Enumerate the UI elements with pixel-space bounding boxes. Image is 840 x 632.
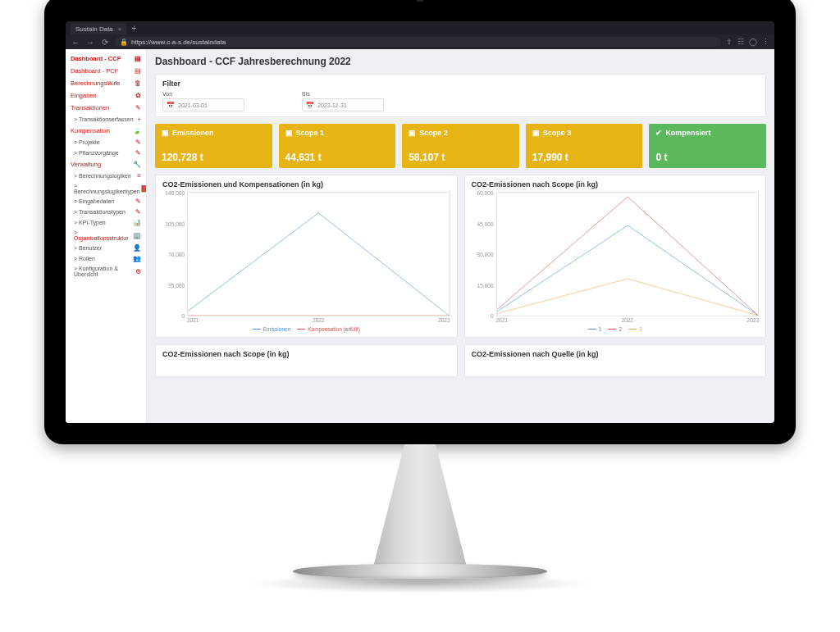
main-content: Dashboard - CCF Jahresberechnung 2022 Fi…	[147, 49, 774, 423]
kpi-label: Emissionen	[172, 129, 214, 137]
y-tick-label: 70,000	[160, 252, 185, 257]
sidebar-item-label: Eingaben	[71, 92, 97, 99]
sidebar-item-label: > Konfiguration & Übersicht	[74, 266, 135, 277]
sidebar-item-label: Verwaltung	[71, 161, 101, 168]
kpi-card[interactable]: ✔Kompensiert0 t	[649, 124, 766, 168]
x-tick-label: 2022	[622, 317, 633, 323]
calendar-icon: 📅	[167, 102, 175, 109]
sidebar-item[interactable]: Dashboard - PCF▤	[69, 65, 143, 77]
kpi-label: Kompensiert	[665, 129, 710, 137]
url-text: https://www.c-a-s.de/sustaindata	[131, 39, 226, 46]
close-icon[interactable]: ×	[118, 25, 122, 33]
sidebar: Dashboard - CCF▤Dashboard - PCF▤Berechnu…	[66, 49, 147, 423]
folder-icon: ▣	[285, 129, 293, 137]
list-icon: ≡	[137, 172, 141, 180]
delete-icon: 🗑	[135, 80, 141, 87]
monitor-shadow	[248, 574, 592, 593]
reload-icon[interactable]: ⟳	[100, 37, 110, 47]
pencil-icon: ✎	[135, 149, 141, 157]
x-tick-label: 2021	[187, 317, 199, 323]
sidebar-item-label: Dashboard - PCF	[71, 67, 118, 75]
sidebar-subitem[interactable]: > Benutzer👤	[69, 243, 143, 253]
sidebar-item[interactable]: Kompensation🍃	[69, 125, 143, 137]
filter-from-value: 2021-03-01	[178, 102, 208, 108]
chart-legend: EmissionenKompensation (erfüllt)	[162, 325, 450, 332]
legend-label: 3	[639, 326, 642, 332]
chart-title: CO2-Emissionen und Kompensationen (in kg…	[162, 180, 450, 189]
legend-swatch	[588, 329, 596, 330]
filter-to-input[interactable]: 📅 2023-12-31	[302, 98, 384, 111]
sidebar-item-label: > KPI-Typen	[74, 220, 106, 225]
profile-icon[interactable]: ◯	[749, 38, 757, 46]
sidebar-item-label: Dashboard - CCF	[71, 55, 121, 62]
kpi-value: 58,107 t	[409, 152, 513, 163]
sidebar-item-label: Kompensation	[71, 127, 110, 134]
y-tick-label: 105,000	[160, 221, 185, 226]
back-icon[interactable]: ←	[71, 37, 80, 47]
sidebar-item-label: > Rollen	[74, 256, 95, 261]
sidebar-item[interactable]: Berechnungsläufe🗑	[69, 77, 143, 89]
sidebar-subitem[interactable]: > Berechnungslogikentypen📕	[69, 181, 143, 196]
x-tick-label: 2022	[313, 317, 324, 323]
legend-item: 1	[588, 326, 602, 332]
sidebar-item[interactable]: Dashboard - CCF▤	[69, 52, 143, 65]
chart-series-line	[188, 213, 450, 316]
plus-icon: +	[137, 116, 141, 123]
x-tick-label: 2021	[496, 317, 508, 323]
chart-title: CO2-Emissionen nach Scope (in kg)	[162, 350, 450, 358]
kpi-card[interactable]: ▣Emissionen120,728 t	[155, 124, 272, 168]
legend-swatch	[297, 329, 305, 330]
legend-label: Kompensation (erfüllt)	[308, 326, 360, 332]
kpi-card[interactable]: ▣Scope 317,990 t	[526, 124, 643, 168]
sidebar-subitem[interactable]: > Pflanzvorgänge✎	[69, 148, 143, 158]
sidebar-subitem[interactable]: > Berechnungslogiken≡	[69, 171, 143, 181]
folder-icon: ▣	[532, 129, 540, 137]
sidebar-item-label: > Benutzer	[74, 245, 102, 251]
sidebar-subitem[interactable]: > Eingabedaten✎	[69, 196, 143, 207]
app-viewport: Dashboard - CCF▤Dashboard - PCF▤Berechnu…	[66, 49, 774, 423]
check-icon: ✔	[655, 129, 662, 137]
sidebar-item[interactable]: Transaktionen✎	[69, 102, 143, 114]
chart-series-line	[497, 279, 759, 316]
dashboard-icon: ▤	[135, 55, 141, 62]
sidebar-item-label: > Pflanzvorgänge	[74, 150, 119, 156]
kpi-value: 0 t	[655, 152, 760, 163]
kpi-card[interactable]: ▣Scope 144,631 t	[279, 124, 396, 168]
filter-from-input[interactable]: 📅 2021-03-01	[162, 98, 244, 111]
y-tick-label: 35,000	[160, 282, 185, 288]
sidebar-subitem[interactable]: > Organisationsstruktur🏢	[69, 228, 143, 243]
menu-icon[interactable]: ⋮	[762, 38, 769, 46]
pencil-icon: ✎	[135, 104, 141, 111]
lock-icon: 🔒	[120, 39, 128, 46]
new-tab-button[interactable]: +	[131, 23, 136, 34]
sliders-icon: ⚙	[135, 268, 141, 275]
sync-icon[interactable]: ⇪	[726, 38, 733, 46]
kpi-value: 17,990 t	[532, 152, 637, 163]
url-field[interactable]: 🔒 https://www.c-a-s.de/sustaindata	[115, 37, 721, 47]
sidebar-subitem[interactable]: > Rollen👥	[69, 253, 143, 264]
sidebar-item[interactable]: Eingaben✿	[69, 89, 143, 102]
y-tick-label: 0	[469, 313, 494, 319]
sidebar-subitem[interactable]: > Transaktionstypen✎	[69, 207, 143, 217]
filter-to-value: 2023-12-31	[317, 102, 347, 108]
sidebar-item-label: > Transaktionserfassen	[74, 116, 134, 122]
legend-label: 2	[619, 326, 622, 332]
browser-tab[interactable]: Sustain Data ×	[71, 23, 126, 34]
sidebar-subitem[interactable]: > Projekte✎	[69, 137, 143, 148]
forward-icon[interactable]: →	[85, 37, 95, 47]
filter-from-label: Von	[162, 91, 244, 97]
sidebar-subitem[interactable]: > KPI-Typen📊	[69, 217, 143, 228]
sidebar-subitem[interactable]: > Konfiguration & Übersicht⚙	[69, 264, 143, 279]
folder-icon: ▣	[409, 129, 416, 137]
kpi-card[interactable]: ▣Scope 258,107 t	[402, 124, 519, 168]
users-icon: 👥	[133, 255, 141, 262]
calendar-icon: 📅	[306, 102, 314, 109]
sidebar-subitem[interactable]: > Transaktionserfassen+	[69, 114, 143, 125]
extensions-icon[interactable]: ☷	[737, 38, 744, 46]
browser-tabstrip: Sustain Data × +	[66, 21, 774, 34]
sidebar-item[interactable]: Verwaltung🔧	[69, 158, 143, 171]
legend-label: Emissionen	[263, 326, 291, 332]
sidebar-item-label: > Projekte	[74, 139, 100, 145]
kpi-cards: ▣Emissionen120,728 t▣Scope 144,631 t▣Sco…	[155, 124, 766, 168]
pencil-icon: ✎	[135, 139, 141, 146]
